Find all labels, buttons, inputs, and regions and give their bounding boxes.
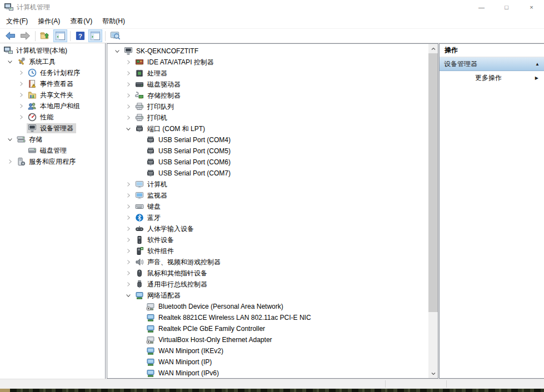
chevron-right-icon[interactable] — [123, 180, 134, 189]
export-folder-button[interactable] — [38, 29, 52, 42]
chevron-right-icon[interactable] — [123, 113, 134, 122]
computer-search-button[interactable] — [108, 29, 122, 42]
console-tree-item[interactable]: 计算机管理(本地) — [0, 45, 105, 56]
device-tree-item[interactable]: 磁盘驱动器 — [107, 79, 438, 90]
menu-view[interactable]: 查看(V) — [65, 14, 97, 28]
console-tree-item[interactable]: 本地用户和组 — [0, 100, 105, 112]
device-tree-item[interactable]: 处理器 — [107, 68, 438, 79]
task-scheduler-icon — [28, 68, 37, 77]
tree-item-label: 事件查看器 — [39, 79, 74, 89]
network-adapter-disabled-icon — [146, 302, 155, 311]
menu-file[interactable]: 文件(F) — [1, 14, 33, 28]
disk-drive-icon — [135, 80, 144, 89]
console-tree-item[interactable]: 服务和应用程序 — [0, 156, 105, 167]
console-tree-button[interactable] — [53, 29, 67, 42]
minimize-button[interactable]: — — [469, 0, 494, 14]
console-tree-item[interactable]: 事件查看器 — [0, 78, 105, 89]
device-tree-item[interactable]: WAN Miniport (IPv6) — [107, 368, 438, 379]
device-tree-item[interactable]: 人体学输入设备 — [107, 223, 438, 234]
chevron-down-icon[interactable] — [4, 57, 16, 66]
device-tree-item[interactable]: USB Serial Port (COM6) — [107, 157, 438, 168]
device-tree-item[interactable]: 存储控制器 — [107, 90, 438, 101]
action-pane-button[interactable] — [88, 29, 102, 42]
device-tree-item[interactable]: 网络适配器 — [107, 290, 438, 301]
chevron-right-icon[interactable] — [16, 102, 27, 110]
chevron-right-icon[interactable] — [123, 191, 134, 200]
close-button[interactable]: × — [519, 0, 544, 14]
device-tree-item[interactable]: WAN Miniport (IKEv2) — [107, 345, 438, 356]
chevron-right-icon[interactable] — [123, 91, 134, 100]
device-tree-item[interactable]: USB Serial Port (COM7) — [107, 168, 438, 179]
chevron-right-icon[interactable] — [16, 91, 27, 99]
maximize-icon: □ — [505, 4, 508, 11]
device-tree-item[interactable]: Bluetooth Device (Personal Area Network) — [107, 301, 438, 312]
scroll-up-icon[interactable] — [428, 44, 438, 53]
device-tree-item[interactable]: 软件设备 — [107, 234, 438, 245]
chevron-right-icon[interactable] — [123, 224, 134, 233]
window-title: 计算机管理 — [17, 3, 50, 12]
more-actions-item[interactable]: 更多操作 ▶ — [440, 71, 544, 84]
chevron-right-icon[interactable] — [16, 79, 27, 88]
device-tree-item[interactable]: 监视器 — [107, 190, 438, 201]
back-arrow-button[interactable] — [3, 29, 17, 42]
console-tree-item[interactable]: 共享文件夹 — [0, 89, 105, 100]
vertical-scrollbar[interactable] — [428, 44, 438, 378]
chevron-right-icon[interactable] — [123, 235, 134, 244]
collapse-section-icon[interactable]: ▲ — [535, 62, 540, 67]
device-tree-item[interactable]: VirtualBox Host-Only Ethernet Adapter — [107, 334, 438, 345]
network-adapter-icon — [146, 358, 155, 366]
device-tree-item[interactable]: SK-QEKNCOFZTITF — [107, 46, 438, 57]
device-tree-item[interactable]: Realtek 8821CE Wireless LAN 802.11ac PCI… — [107, 312, 438, 323]
scroll-down-icon[interactable] — [428, 369, 438, 378]
device-tree-item[interactable]: 计算机 — [107, 179, 438, 190]
chevron-right-icon[interactable] — [123, 202, 134, 211]
console-tree-item[interactable]: 系统工具 — [0, 56, 105, 67]
chevron-right-icon[interactable] — [123, 213, 134, 222]
device-tree-item[interactable]: USB Serial Port (COM4) — [107, 134, 438, 145]
help-button[interactable]: ? — [73, 29, 87, 42]
chevron-down-icon[interactable] — [123, 291, 134, 300]
device-tree-item[interactable]: 端口 (COM 和 LPT) — [107, 123, 438, 134]
device-tree-item[interactable]: 打印队列 — [107, 101, 438, 112]
chevron-right-icon[interactable] — [123, 258, 134, 267]
device-tree-item[interactable]: 打印机 — [107, 112, 438, 123]
forward-arrow-button[interactable] — [18, 29, 32, 42]
tree-node: IDE ATA/ATAPI 控制器 — [134, 57, 217, 67]
chevron-right-icon[interactable] — [123, 58, 134, 67]
device-tree-item[interactable]: 鼠标和其他指针设备 — [107, 268, 438, 279]
device-tree-item[interactable]: 软件组件 — [107, 245, 438, 257]
chevron-down-icon[interactable] — [4, 135, 16, 144]
chevron-right-icon[interactable] — [16, 113, 27, 122]
maximize-button[interactable]: □ — [494, 0, 519, 14]
menu-help[interactable]: 帮助(H) — [97, 14, 130, 28]
chevron-right-icon[interactable] — [123, 80, 134, 89]
chevron-right-icon[interactable] — [4, 157, 16, 166]
tree-indent-spacer — [134, 302, 145, 311]
console-tree-item[interactable]: 设备管理器 — [0, 123, 105, 134]
console-tree: 计算机管理(本地)系统工具任务计划程序事件查看器共享文件夹本地用户和组性能设备管… — [0, 43, 105, 167]
device-tree-item[interactable]: 通用串行总线控制器 — [107, 279, 438, 290]
console-tree-item[interactable]: 存储 — [0, 134, 105, 145]
console-tree-item[interactable]: 任务计划程序 — [0, 67, 105, 78]
device-tree-item[interactable]: Realtek PCIe GbE Family Controller — [107, 323, 438, 334]
chevron-down-icon[interactable] — [112, 47, 123, 56]
chevron-down-icon[interactable] — [123, 124, 134, 133]
device-tree-item[interactable]: WAN Miniport (IP) — [107, 356, 438, 368]
menu-action[interactable]: 操作(A) — [33, 14, 65, 28]
device-tree-item[interactable]: IDE ATA/ATAPI 控制器 — [107, 57, 438, 68]
console-tree-item[interactable]: 磁盘管理 — [0, 145, 105, 156]
chevron-right-icon[interactable] — [123, 102, 134, 111]
device-tree-item[interactable]: 声音、视频和游戏控制器 — [107, 257, 438, 268]
device-tree-item[interactable]: 蓝牙 — [107, 212, 438, 223]
device-tree-item[interactable]: USB Serial Port (COM5) — [107, 145, 438, 157]
chevron-right-icon[interactable] — [123, 69, 134, 78]
serial-port-icon — [146, 147, 155, 155]
chevron-right-icon[interactable] — [123, 280, 134, 289]
scrollbar-thumb[interactable] — [428, 53, 438, 312]
console-tree-item[interactable]: 性能 — [0, 112, 105, 123]
chevron-right-icon[interactable] — [16, 68, 27, 77]
chevron-right-icon[interactable] — [123, 269, 134, 278]
device-tree-item[interactable]: 键盘 — [107, 201, 438, 212]
chevron-right-icon[interactable] — [123, 247, 134, 255]
actions-section-device-manager[interactable]: 设备管理器 ▲ — [440, 57, 544, 71]
